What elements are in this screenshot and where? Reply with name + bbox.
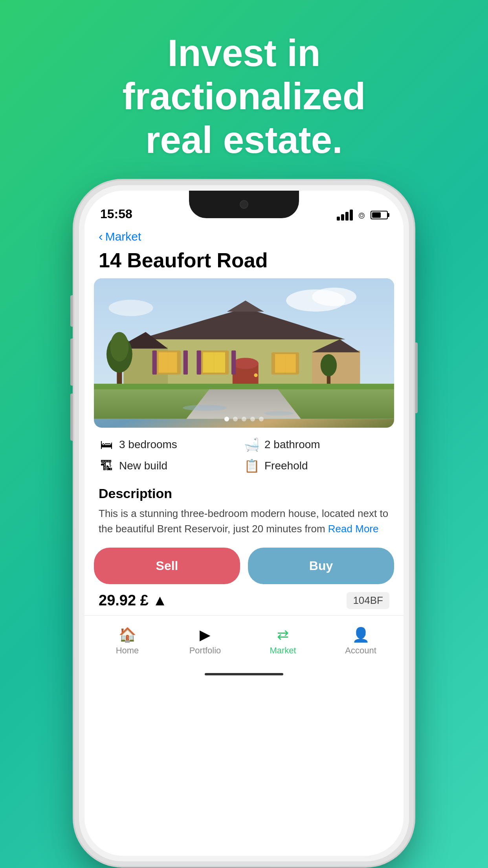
dot-3[interactable]	[242, 417, 246, 421]
volume-mute-button	[70, 295, 77, 327]
camera	[240, 200, 248, 209]
bottom-nav: 🏠 Home ▶ Portfolio ⇄ Market 👤 Account	[84, 615, 404, 666]
account-nav-label: Account	[345, 645, 376, 656]
tenure-label: Freehold	[264, 460, 308, 472]
status-icons: ⌾	[337, 209, 388, 221]
feature-tenure: 📋 Freehold	[244, 458, 389, 473]
read-more-link[interactable]: Read More	[328, 523, 379, 535]
svg-rect-17	[203, 352, 214, 373]
power-button	[411, 342, 418, 413]
clock: 15:58	[100, 207, 132, 221]
property-image	[94, 278, 394, 428]
property-title: 14 Beaufort Road	[84, 245, 404, 278]
svg-point-3	[109, 300, 153, 316]
svg-rect-15	[168, 352, 177, 373]
market-nav-label: Market	[270, 645, 296, 656]
svg-point-36	[264, 411, 294, 416]
tenure-icon: 📋	[244, 458, 260, 473]
portfolio-nav-icon: ▶	[200, 627, 211, 643]
svg-rect-26	[183, 351, 188, 375]
portfolio-nav-label: Portfolio	[189, 645, 221, 656]
nav-home[interactable]: 🏠 Home	[88, 627, 166, 656]
features-grid: 🛏 3 bedrooms 🛁 2 bathroom 🏗 New build 📋 …	[84, 428, 404, 483]
bathrooms-label: 2 bathroom	[264, 438, 320, 451]
svg-rect-25	[152, 351, 157, 375]
svg-point-33	[321, 354, 337, 376]
home-bar	[205, 673, 283, 675]
buy-button[interactable]: Buy	[248, 548, 394, 584]
dot-2[interactable]	[233, 417, 238, 421]
svg-rect-23	[275, 354, 285, 373]
back-label[interactable]: Market	[105, 230, 141, 243]
svg-rect-14	[159, 352, 168, 373]
svg-point-31	[110, 332, 128, 362]
dot-5[interactable]	[259, 417, 264, 421]
house-svg	[94, 278, 394, 419]
account-nav-icon: 👤	[352, 627, 370, 643]
back-chevron-icon: ‹	[99, 229, 103, 244]
nav-portfolio[interactable]: ▶ Portfolio	[166, 627, 244, 656]
nav-account[interactable]: 👤 Account	[322, 627, 400, 656]
dot-4[interactable]	[250, 417, 255, 421]
hero-text: Invest in fractionalized real estate.	[99, 31, 389, 162]
shares-badge: 104BF	[347, 592, 389, 609]
volume-down-button	[70, 394, 77, 441]
svg-rect-27	[197, 351, 201, 375]
svg-point-20	[254, 373, 257, 377]
feature-bathrooms: 🛁 2 bathroom	[244, 437, 389, 452]
back-nav[interactable]: ‹ Market	[84, 226, 404, 245]
bath-icon: 🛁	[244, 437, 260, 452]
phone-wrapper: 15:58 ⌾ ‹	[79, 185, 409, 861]
phone-shell: 15:58 ⌾ ‹	[79, 185, 409, 861]
svg-rect-34	[94, 384, 394, 389]
svg-rect-28	[231, 351, 236, 375]
feature-bedrooms: 🛏 3 bedrooms	[99, 437, 244, 452]
signal-icon	[337, 210, 353, 221]
bedrooms-label: 3 bedrooms	[119, 438, 177, 451]
description-text: This is a stunning three-bedroom modern …	[99, 506, 389, 537]
svg-rect-18	[214, 352, 225, 373]
svg-rect-24	[285, 354, 295, 373]
build-label: New build	[119, 460, 167, 472]
content-area: ‹ Market 14 Beaufort Road	[84, 226, 404, 856]
home-nav-icon: 🏠	[119, 627, 136, 643]
description-section: Description This is a stunning three-bed…	[84, 483, 404, 540]
sell-button[interactable]: Sell	[94, 548, 240, 584]
home-nav-label: Home	[116, 645, 139, 656]
image-dots	[224, 417, 264, 421]
svg-point-35	[183, 405, 227, 411]
battery-icon	[371, 211, 388, 219]
market-nav-icon: ⇄	[277, 627, 289, 643]
svg-point-21	[233, 358, 259, 369]
volume-up-button	[70, 338, 77, 386]
feature-build-type: 🏗 New build	[99, 458, 244, 473]
svg-point-2	[312, 288, 356, 306]
nav-market[interactable]: ⇄ Market	[244, 627, 322, 656]
wifi-icon: ⌾	[358, 209, 365, 221]
build-icon: 🏗	[99, 459, 114, 473]
notch	[189, 191, 299, 218]
dot-1[interactable]	[224, 417, 229, 421]
bed-icon: 🛏	[99, 438, 114, 452]
home-indicator	[84, 666, 404, 682]
description-title: Description	[99, 486, 389, 501]
phone-screen: 15:58 ⌾ ‹	[84, 191, 404, 856]
action-buttons: Sell Buy	[84, 540, 404, 592]
price-value: 29.92 £ ▲	[99, 592, 167, 609]
price-row: 29.92 £ ▲ 104BF	[84, 592, 404, 615]
